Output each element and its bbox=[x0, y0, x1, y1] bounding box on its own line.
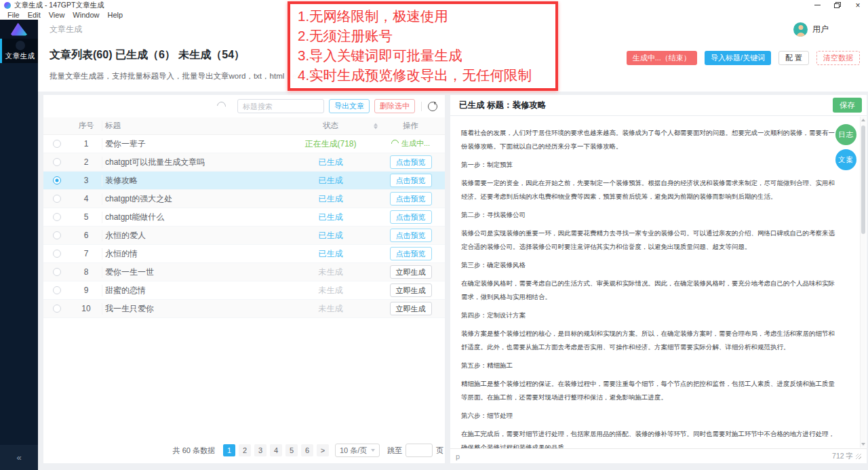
menu-help[interactable]: Help bbox=[103, 11, 127, 19]
user-menu[interactable]: 用户 bbox=[793, 22, 829, 37]
row-title: 我一生只爱你 bbox=[102, 303, 285, 315]
app-icon bbox=[4, 2, 11, 9]
row-status: 已生成 bbox=[285, 193, 376, 205]
row-radio[interactable] bbox=[53, 195, 61, 203]
generate-now-button[interactable]: 立即生成 bbox=[390, 283, 432, 297]
minimize-icon bbox=[814, 5, 821, 5]
table-row[interactable]: 9 甜蜜的恋情 未生成 立即生成 bbox=[43, 281, 445, 300]
stop-generating-button[interactable]: 生成中...（结束） bbox=[627, 51, 697, 65]
page-button-1[interactable]: 1 bbox=[223, 444, 235, 456]
sidebar-item-article-generation[interactable]: 文章生成 bbox=[0, 39, 38, 63]
jump-unit: 页 bbox=[436, 446, 443, 456]
table-header: 序号 标题 状态 操作 bbox=[43, 117, 445, 135]
preview-button[interactable]: 点击预览 bbox=[390, 229, 432, 242]
header-actions: 生成中...（结束） 导入标题/关键词 配 置 清空数据 bbox=[627, 51, 860, 65]
scrollbar-thumb[interactable] bbox=[861, 125, 865, 234]
row-status: 已生成 bbox=[285, 212, 376, 223]
page-button-6[interactable]: 6 bbox=[301, 444, 313, 456]
row-radio[interactable] bbox=[53, 268, 61, 276]
copy-float-button[interactable]: 文案 bbox=[835, 149, 856, 170]
row-status: 已生成 bbox=[285, 230, 376, 241]
delete-selected-button[interactable]: 删除选中 bbox=[374, 99, 415, 113]
sort-icon[interactable] bbox=[374, 123, 378, 129]
word-count: 712 字 bbox=[832, 452, 853, 461]
article-list-panel: 导出文章 删除选中 序号 标题 状态 操作 1 爱你一辈子 正在生成(718) … bbox=[43, 95, 445, 463]
row-radio-checked[interactable] bbox=[53, 176, 61, 184]
scrollbar[interactable] bbox=[860, 117, 866, 448]
table-body: 1 爱你一辈子 正在生成(718) 生成中... 2 chatgpt可以批量生成… bbox=[43, 135, 445, 318]
row-radio[interactable] bbox=[53, 286, 61, 294]
promo-line: 2.无须注册账号 bbox=[298, 26, 555, 45]
scroll-down-icon[interactable] bbox=[861, 443, 865, 446]
table-row[interactable]: 1 爱你一辈子 正在生成(718) 生成中... bbox=[43, 135, 445, 153]
table-row[interactable]: 6 永恒的爱人 已生成 点击预览 bbox=[43, 227, 445, 245]
generating-indicator: 生成中... bbox=[391, 138, 430, 149]
preview-button[interactable]: 点击预览 bbox=[390, 155, 432, 169]
table-row[interactable]: 5 chatgpt能做什么 已生成 点击预览 bbox=[43, 208, 445, 227]
row-radio[interactable] bbox=[53, 158, 61, 166]
close-button[interactable]: × bbox=[848, 0, 868, 10]
page-button-5[interactable]: 5 bbox=[285, 444, 298, 456]
table-row[interactable]: 4 chatgpt的强大之处 已生成 点击预览 bbox=[43, 190, 445, 208]
preview-header: 已生成 标题：装修攻略 保存 bbox=[450, 95, 867, 116]
menu-edit[interactable]: Edit bbox=[24, 11, 45, 19]
restore-button[interactable] bbox=[827, 0, 848, 10]
page-button-2[interactable]: 2 bbox=[239, 444, 251, 456]
pagination: 共 60 条数据 1 2 3 4 5 6 > 10 条/页 跳至 页 bbox=[173, 444, 443, 457]
article-paragraph: 装修公司是实现装修的重要一环，因此需要花费精力去寻找一家专业的装修公司。可以通过… bbox=[461, 227, 837, 254]
table-row[interactable]: 2 chatgpt可以批量生成文章吗 已生成 点击预览 bbox=[43, 153, 445, 172]
promo-line: 4.实时生成预览修改导出，无任何限制 bbox=[298, 65, 555, 85]
row-title: 永恒的爱人 bbox=[102, 230, 285, 241]
search-input[interactable] bbox=[237, 99, 324, 113]
preview-button[interactable]: 点击预览 bbox=[390, 192, 432, 205]
table-row[interactable]: 8 爱你一生一世 未生成 立即生成 bbox=[43, 263, 445, 281]
generate-now-button[interactable]: 立即生成 bbox=[390, 265, 432, 279]
resize-grip-icon[interactable] bbox=[856, 454, 861, 459]
row-title: 装修攻略 bbox=[102, 175, 285, 187]
preview-title: 已生成 标题：装修攻略 bbox=[459, 100, 546, 111]
preview-button[interactable]: 点击预览 bbox=[390, 247, 432, 260]
save-button[interactable]: 保存 bbox=[833, 98, 862, 113]
row-status: 未生成 bbox=[285, 285, 376, 296]
sidebar-item-label: 文章生成 bbox=[5, 52, 35, 61]
row-radio[interactable] bbox=[53, 305, 61, 313]
menu-view[interactable]: View bbox=[45, 11, 69, 19]
table-row[interactable]: 10 我一生只爱你 未生成 立即生成 bbox=[43, 300, 445, 318]
page-size-select[interactable]: 10 条/页 bbox=[335, 444, 380, 457]
page-button-4[interactable]: 4 bbox=[270, 444, 282, 456]
preview-button[interactable]: 点击预览 bbox=[390, 210, 432, 224]
log-float-button[interactable]: 日志 bbox=[835, 124, 856, 145]
row-status: 未生成 bbox=[285, 267, 376, 278]
article-editor[interactable]: 随着社会的发展，人们对于居住环境的要求也越来越高。装修成为了每个人都需要面对的问… bbox=[450, 117, 867, 448]
page-button-3[interactable]: 3 bbox=[254, 444, 267, 456]
scroll-up-icon[interactable] bbox=[861, 119, 865, 121]
clear-data-button[interactable]: 清空数据 bbox=[816, 51, 860, 65]
table-row-selected[interactable]: 3 装修攻略 已生成 点击预览 bbox=[43, 172, 445, 190]
import-titles-button[interactable]: 导入标题/关键词 bbox=[705, 51, 771, 65]
row-radio[interactable] bbox=[53, 231, 61, 239]
minimize-button[interactable] bbox=[807, 0, 827, 10]
article-paragraph: 在确定装修风格时，需要考虑自己的生活方式、审美观和实际情况。因此，在确定装修风格… bbox=[461, 277, 837, 304]
article-heading: 第一步：制定预算 bbox=[461, 158, 837, 172]
menu-window[interactable]: Window bbox=[68, 11, 103, 19]
jump-page-input[interactable] bbox=[406, 444, 433, 457]
row-title: 爱你一生一世 bbox=[102, 267, 285, 278]
column-action: 操作 bbox=[376, 121, 445, 131]
page-title: 文章列表(60) 已生成（6） 未生成（54） bbox=[50, 48, 245, 62]
config-button[interactable]: 配 置 bbox=[778, 51, 809, 65]
table-row[interactable]: 7 永恒的情 已生成 点击预览 bbox=[43, 245, 445, 263]
row-radio[interactable] bbox=[53, 250, 61, 258]
refresh-icon[interactable] bbox=[428, 102, 437, 111]
menu-file[interactable]: File bbox=[3, 11, 24, 19]
generate-now-button[interactable]: 立即生成 bbox=[390, 302, 432, 315]
article-heading: 第四步：定制设计方案 bbox=[461, 309, 837, 322]
row-radio[interactable] bbox=[53, 140, 61, 148]
chevron-down-icon bbox=[371, 449, 375, 452]
row-status: 未生成 bbox=[285, 303, 376, 315]
export-articles-button[interactable]: 导出文章 bbox=[329, 99, 370, 113]
sidebar-collapse-button[interactable]: « bbox=[0, 445, 38, 470]
preview-button[interactable]: 点击预览 bbox=[390, 174, 432, 187]
row-radio[interactable] bbox=[53, 213, 61, 221]
article-heading: 第三步：确定装修风格 bbox=[461, 258, 837, 272]
next-page-button[interactable]: > bbox=[317, 444, 329, 456]
